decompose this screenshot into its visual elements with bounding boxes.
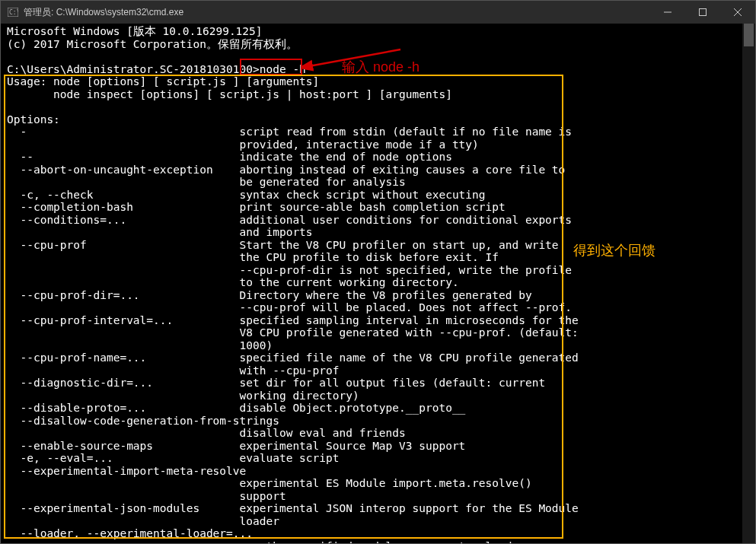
maximize-button[interactable] bbox=[685, 1, 720, 24]
cmd-window: C:\ 管理员: C:\Windows\system32\cmd.exe Mic… bbox=[0, 0, 756, 544]
cmd-icon: C:\ bbox=[7, 6, 19, 18]
close-button[interactable] bbox=[720, 1, 755, 24]
window-controls bbox=[650, 1, 755, 24]
titlebar[interactable]: C:\ 管理员: C:\Windows\system32\cmd.exe bbox=[1, 1, 755, 24]
terminal-output[interactable]: Microsoft Windows [版本 10.0.16299.125] (c… bbox=[1, 24, 755, 543]
window-title: 管理员: C:\Windows\system32\cmd.exe bbox=[24, 6, 650, 19]
minimize-button[interactable] bbox=[650, 1, 685, 24]
scrollbar[interactable] bbox=[742, 24, 755, 543]
scroll-thumb[interactable] bbox=[744, 24, 754, 46]
svg-rect-3 bbox=[700, 9, 707, 16]
svg-text:C:\: C:\ bbox=[9, 9, 18, 16]
